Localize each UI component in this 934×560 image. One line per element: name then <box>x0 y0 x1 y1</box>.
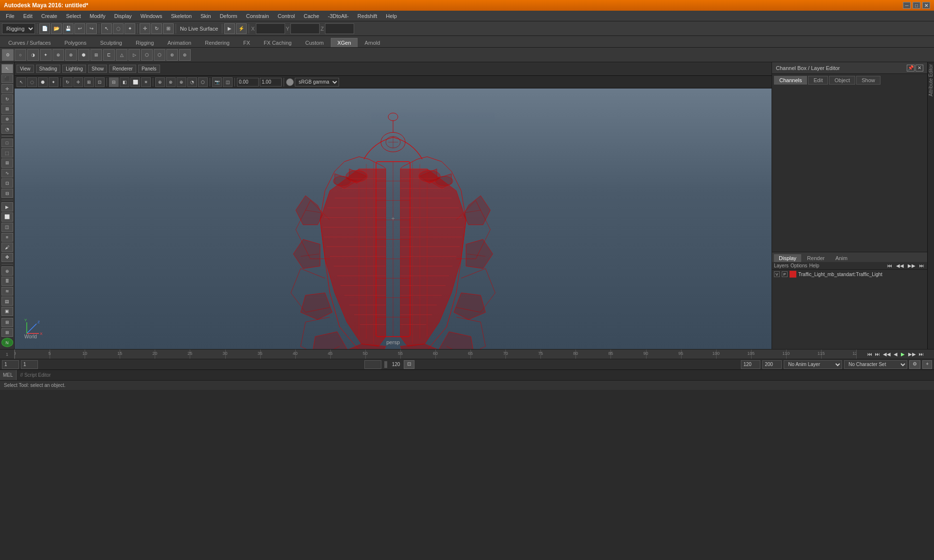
shelf-icon-15[interactable]: ⊚ <box>179 49 191 61</box>
shelf-icon-3[interactable]: ◑ <box>27 49 39 61</box>
scale-btn[interactable]: ⊞ <box>163 23 174 34</box>
shelf-icon-13[interactable]: ⬡ <box>154 49 165 61</box>
show-manip-tool[interactable]: ⊕ <box>1 115 13 124</box>
node-editor-btn[interactable]: ◫ <box>1 223 13 232</box>
shelf-icon-5[interactable]: ⊕ <box>53 49 64 61</box>
menu-skin[interactable]: Skin <box>197 12 215 20</box>
vp-cam-btn[interactable]: 📷 <box>212 77 222 87</box>
vp-snap1-btn[interactable]: ⊕ <box>155 77 165 87</box>
select-tool[interactable]: ↖ <box>1 64 13 73</box>
vp-pan-btn[interactable]: ✛ <box>73 77 83 87</box>
rotate-btn[interactable]: ↻ <box>151 23 162 34</box>
playback-prev[interactable]: ◀◀ <box>882 351 892 357</box>
shelf-icon-6[interactable]: ⊗ <box>65 49 77 61</box>
layer-visibility[interactable]: V <box>774 271 780 277</box>
hypergraph-btn[interactable]: ⬜ <box>1 212 13 222</box>
menu-3dtoall[interactable]: -3DtoAll- <box>324 12 353 20</box>
vp-menu-view[interactable]: View <box>17 65 34 73</box>
close-button[interactable]: ✕ <box>922 2 930 9</box>
sets-btn[interactable]: ⊕ <box>1 266 13 276</box>
soft-sel-tool[interactable]: ◔ <box>1 124 13 134</box>
snap-point-btn[interactable]: ⊡ <box>1 178 13 188</box>
tab-custom[interactable]: Custom <box>299 38 330 47</box>
vp-shaded-btn[interactable]: ◧ <box>120 77 129 87</box>
rp-tab-edit[interactable]: Edit <box>808 76 828 85</box>
cb-prev-btn[interactable]: ◀◀ <box>895 263 905 268</box>
playback-max-input[interactable] <box>762 360 782 369</box>
cb-opt-options[interactable]: Options <box>790 263 807 268</box>
vp-wire-btn[interactable]: ⊟ <box>109 77 119 87</box>
vp-field2[interactable] <box>260 78 282 87</box>
save-btn[interactable]: 💾 <box>63 23 73 34</box>
vp-soft-btn[interactable]: ◔ <box>187 77 197 87</box>
menu-create[interactable]: Create <box>37 12 61 20</box>
redo-btn[interactable]: ↪ <box>86 23 97 34</box>
coord-z-input[interactable] <box>325 23 354 34</box>
tab-arnold[interactable]: Arnold <box>359 38 387 47</box>
cb-tab-display[interactable]: Display <box>774 254 801 262</box>
layers-btn[interactable]: ≣ <box>1 277 13 286</box>
shelf-icon-4[interactable]: ✦ <box>40 49 52 61</box>
misc-btn[interactable]: ⊞ <box>1 318 13 327</box>
menu-deform[interactable]: Deform <box>216 12 241 20</box>
frame-start-input[interactable] <box>2 360 19 369</box>
vp-menu-lighting[interactable]: Lighting <box>62 65 86 73</box>
tab-fx-caching[interactable]: FX Caching <box>257 38 298 47</box>
cb-next-btn[interactable]: ▶▶ <box>907 263 916 268</box>
vp-paint-sel-btn[interactable]: ✦ <box>49 77 58 87</box>
menu-display[interactable]: Display <box>110 12 136 20</box>
maximize-button[interactable]: □ <box>913 2 920 9</box>
char-set-add-btn[interactable]: + <box>922 360 932 369</box>
tab-rigging[interactable]: Rigging <box>129 38 160 47</box>
playback-fwd[interactable]: ▶▶ <box>907 351 917 357</box>
timeline-ruler[interactable]: 1 05101520253035404550556065707580859095… <box>0 349 934 359</box>
lasso-btn[interactable]: ◌ <box>113 23 124 34</box>
snap-curve-btn[interactable]: ∿ <box>1 169 13 178</box>
compass-btn[interactable]: N <box>1 338 13 347</box>
view-cube-btn[interactable]: ⬚ <box>1 148 13 158</box>
cb-opt-help[interactable]: Help <box>809 263 819 268</box>
mode-select[interactable]: Rigging <box>2 23 35 34</box>
playback-prev2[interactable]: ⏭ <box>874 351 881 357</box>
vp-menu-shading[interactable]: Shading <box>36 65 61 73</box>
xgen-btn[interactable]: ✤ <box>1 253 13 262</box>
layer-color-swatch[interactable] <box>790 271 796 278</box>
shelf-icon-11[interactable]: ▷ <box>128 49 140 61</box>
menu-constrain[interactable]: Constrain <box>242 12 273 20</box>
current-frame-input[interactable] <box>21 360 38 369</box>
menu-skeleton[interactable]: Skeleton <box>167 12 196 20</box>
rp-tab-show[interactable]: Show <box>856 76 880 85</box>
menu-edit[interactable]: Edit <box>19 12 36 20</box>
tab-rendering[interactable]: Rendering <box>198 38 236 47</box>
vp-menu-show[interactable]: Show <box>88 65 107 73</box>
vp-poly-sel-btn[interactable]: ⬣ <box>38 77 48 87</box>
tab-curves-surfaces[interactable]: Curves / Surfaces <box>2 38 57 47</box>
vp-tumble-btn[interactable]: ↻ <box>63 77 72 87</box>
outliner-btn[interactable]: ≡ <box>1 233 13 242</box>
vp-sym-btn[interactable]: ⬡ <box>198 77 208 87</box>
vp-circle-btn[interactable] <box>286 78 294 86</box>
vp-iso-btn[interactable]: ◫ <box>223 77 233 87</box>
vp-menu-panels[interactable]: Panels <box>138 65 160 73</box>
playback-play[interactable]: ▶ <box>899 351 906 357</box>
tab-fx[interactable]: FX <box>237 38 256 47</box>
cb-tab-anim[interactable]: Anim <box>830 254 852 262</box>
shelf-icon-12[interactable]: ⬡ <box>141 49 153 61</box>
coord-x-input[interactable] <box>256 23 285 34</box>
menu-windows[interactable]: Windows <box>137 12 166 20</box>
display-layers-btn[interactable]: ▤ <box>1 297 13 306</box>
menu-redshift[interactable]: Redshift <box>354 12 381 20</box>
shelf-icon-8[interactable]: ⊞ <box>90 49 102 61</box>
paint-sel-btn[interactable]: ✦ <box>125 23 135 34</box>
misc-btn2[interactable]: ⊞ <box>1 328 13 337</box>
tab-animation[interactable]: Animation <box>161 38 198 47</box>
cb-next-next-btn[interactable]: ⏭ <box>918 263 925 268</box>
vp-gamma-select[interactable]: sRGB gamma <box>295 78 339 87</box>
channel-box-close-btn[interactable]: ✕ <box>916 65 923 71</box>
snap-view-btn[interactable]: ⊟ <box>1 189 13 198</box>
vp-field1[interactable] <box>237 78 259 87</box>
tab-sculpting[interactable]: Sculpting <box>94 38 128 47</box>
anim-layer-select[interactable]: No Anim Layer <box>784 360 842 369</box>
tab-polygons[interactable]: Polygons <box>58 38 92 47</box>
mel-input[interactable] <box>18 372 934 378</box>
